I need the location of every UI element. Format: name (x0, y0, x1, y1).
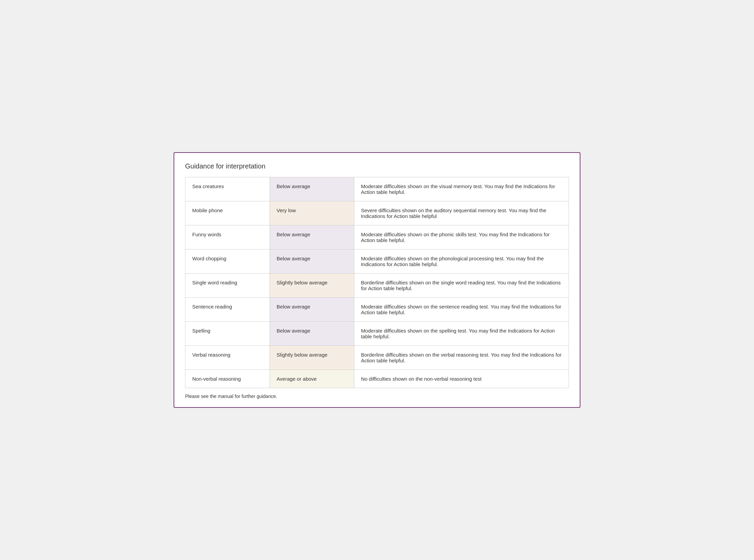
row-score: Slightly below average (270, 274, 354, 298)
row-description: Moderate difficulties shown on the phoni… (354, 225, 569, 249)
guidance-table: Sea creaturesBelow averageModerate diffi… (185, 177, 569, 388)
section-title: Guidance for interpretation (185, 162, 569, 170)
table-row: Sea creaturesBelow averageModerate diffi… (185, 177, 569, 201)
row-name: Sea creatures (185, 177, 270, 201)
table-row: Single word readingSlightly below averag… (185, 274, 569, 298)
footer-note: Please see the manual for further guidan… (185, 394, 569, 399)
row-description: Severe difficulties shown on the auditor… (354, 201, 569, 225)
row-score: Below average (270, 298, 354, 322)
row-description: Borderline difficulties shown on the sin… (354, 274, 569, 298)
row-name: Mobile phone (185, 201, 270, 225)
row-score: Slightly below average (270, 346, 354, 370)
row-name: Single word reading (185, 274, 270, 298)
table-row: Verbal reasoningSlightly below averageBo… (185, 346, 569, 370)
page-container: Guidance for interpretation Sea creature… (174, 152, 580, 408)
table-row: Sentence readingBelow averageModerate di… (185, 298, 569, 322)
row-name: Verbal reasoning (185, 346, 270, 370)
row-score: Below average (270, 225, 354, 249)
row-description: No difficulties shown on the non-verbal … (354, 370, 569, 388)
row-description: Moderate difficulties shown on the visua… (354, 177, 569, 201)
row-name: Word chopping (185, 249, 270, 274)
row-score: Average or above (270, 370, 354, 388)
table-row: SpellingBelow averageModerate difficulti… (185, 322, 569, 346)
row-description: Moderate difficulties shown on the spell… (354, 322, 569, 346)
table-row: Funny wordsBelow averageModerate difficu… (185, 225, 569, 249)
row-description: Moderate difficulties shown on the phono… (354, 249, 569, 274)
row-name: Sentence reading (185, 298, 270, 322)
row-score: Very low (270, 201, 354, 225)
table-row: Non-verbal reasoningAverage or aboveNo d… (185, 370, 569, 388)
row-description: Moderate difficulties shown on the sente… (354, 298, 569, 322)
row-name: Spelling (185, 322, 270, 346)
row-score: Below average (270, 322, 354, 346)
row-score: Below average (270, 177, 354, 201)
table-row: Word choppingBelow averageModerate diffi… (185, 249, 569, 274)
row-name: Non-verbal reasoning (185, 370, 270, 388)
row-score: Below average (270, 249, 354, 274)
row-name: Funny words (185, 225, 270, 249)
row-description: Borderline difficulties shown on the ver… (354, 346, 569, 370)
table-row: Mobile phoneVery lowSevere difficulties … (185, 201, 569, 225)
